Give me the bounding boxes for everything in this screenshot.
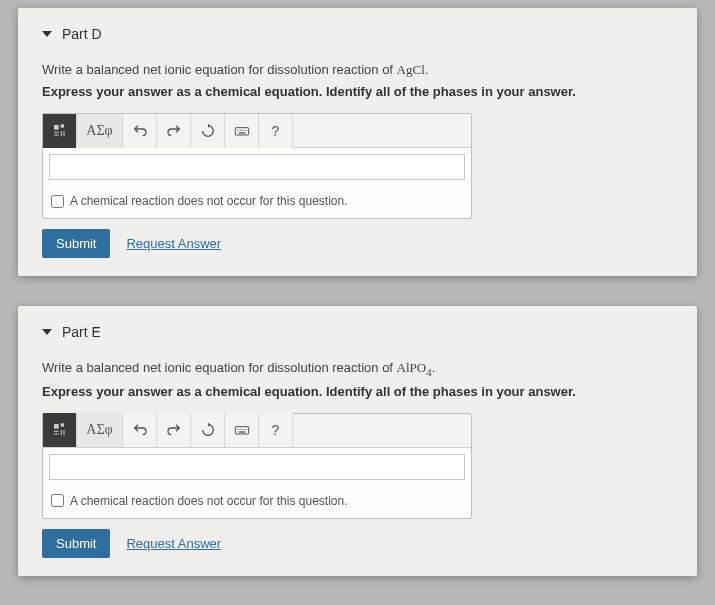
no-reaction-checkbox-d[interactable] xyxy=(51,195,64,208)
part-e-header[interactable]: Part E xyxy=(42,324,673,340)
template-icon[interactable] xyxy=(43,114,77,148)
template-icon[interactable] xyxy=(43,413,77,447)
keyboard-icon[interactable] xyxy=(225,114,259,148)
help-icon[interactable]: ? xyxy=(259,114,293,148)
submit-button-d[interactable]: Submit xyxy=(42,229,110,258)
redo-icon[interactable] xyxy=(157,114,191,148)
equation-input-d[interactable] xyxy=(49,154,465,180)
svg-point-6 xyxy=(245,129,246,130)
svg-point-5 xyxy=(242,129,243,130)
reset-icon[interactable] xyxy=(191,114,225,148)
greek-symbols-button[interactable]: ΑΣφ xyxy=(77,114,123,148)
part-d-header[interactable]: Part D xyxy=(42,26,673,42)
part-d-prompt: Write a balanced net ionic equation for … xyxy=(42,62,673,78)
svg-rect-8 xyxy=(54,424,59,429)
part-e-instruction: Express your answer as a chemical equati… xyxy=(42,384,673,399)
redo-icon[interactable] xyxy=(157,413,191,447)
no-reaction-label-e: A chemical reaction does not occur for t… xyxy=(70,494,347,508)
svg-point-3 xyxy=(237,129,238,130)
undo-icon[interactable] xyxy=(123,413,157,447)
svg-rect-7 xyxy=(238,132,245,133)
svg-rect-10 xyxy=(235,427,248,434)
svg-rect-1 xyxy=(60,124,63,127)
svg-point-4 xyxy=(240,129,241,130)
svg-rect-0 xyxy=(54,125,59,130)
equation-toolbar-e: ΑΣφ ? xyxy=(43,414,471,448)
answer-box-d: ΑΣφ ? A chemical react xyxy=(42,113,472,219)
no-reaction-checkbox-e[interactable] xyxy=(51,494,64,507)
keyboard-icon[interactable] xyxy=(225,413,259,447)
request-answer-link-e[interactable]: Request Answer xyxy=(126,536,221,551)
request-answer-link-d[interactable]: Request Answer xyxy=(126,236,221,251)
submit-button-e[interactable]: Submit xyxy=(42,529,110,558)
svg-rect-2 xyxy=(235,127,248,134)
svg-point-11 xyxy=(237,429,238,430)
no-reaction-label-d: A chemical reaction does not occur for t… xyxy=(70,194,347,208)
equation-input-e[interactable] xyxy=(49,454,465,480)
svg-point-13 xyxy=(242,429,243,430)
part-d-title: Part D xyxy=(62,26,102,42)
part-e-panel: Part E Write a balanced net ionic equati… xyxy=(18,306,697,576)
part-e-prompt: Write a balanced net ionic equation for … xyxy=(42,360,673,378)
answer-box-e: ΑΣφ ? A chemical react xyxy=(42,413,472,519)
svg-rect-15 xyxy=(238,431,245,432)
greek-symbols-button[interactable]: ΑΣφ xyxy=(77,413,123,447)
equation-toolbar-d: ΑΣφ ? xyxy=(43,114,471,148)
caret-down-icon xyxy=(42,31,52,37)
part-d-instruction: Express your answer as a chemical equati… xyxy=(42,84,673,99)
undo-icon[interactable] xyxy=(123,114,157,148)
part-d-panel: Part D Write a balanced net ionic equati… xyxy=(18,8,697,276)
svg-point-12 xyxy=(240,429,241,430)
part-e-title: Part E xyxy=(62,324,101,340)
help-icon[interactable]: ? xyxy=(259,413,293,447)
caret-down-icon xyxy=(42,329,52,335)
svg-point-14 xyxy=(245,429,246,430)
reset-icon[interactable] xyxy=(191,413,225,447)
svg-rect-9 xyxy=(60,423,63,426)
